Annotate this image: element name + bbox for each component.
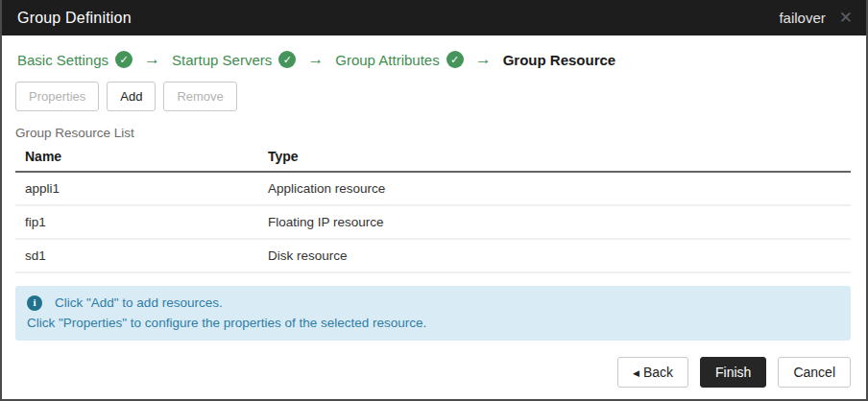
info-line-2: Click "Properties" to configure the prop… [27,313,839,333]
resource-toolbar: Properties Add Remove [2,69,866,111]
finish-button[interactable]: Finish [700,357,766,388]
remove-button[interactable]: Remove [163,82,236,111]
properties-button[interactable]: Properties [15,82,99,111]
back-button-label: Back [643,365,673,380]
check-circle-icon: ✓ [115,51,133,68]
check-circle-icon: ✓ [278,51,296,68]
info-line-1: Click "Add" to add resources. [55,293,223,313]
group-resource-list-caption: Group Resource List [15,126,851,140]
table-row-fip1[interactable]: fip1 Floating IP resource [15,205,851,239]
add-button[interactable]: Add [107,82,156,111]
table-header-row: Name Type [15,145,851,172]
step-basic-settings[interactable]: Basic Settings ✓ [17,51,133,68]
resource-type: Application resource [258,172,851,205]
arrow-right-icon: → [475,50,492,69]
back-button[interactable]: ◀Back [617,357,688,388]
step-label: Group Resource [503,52,616,68]
back-arrow-icon: ◀ [633,368,639,378]
resource-name: appli1 [15,172,258,205]
cancel-button[interactable]: Cancel [778,357,851,388]
arrow-right-icon: → [144,50,160,69]
step-group-attributes[interactable]: Group Attributes ✓ [335,51,463,68]
arrow-right-icon: → [307,50,324,69]
group-definition-dialog: Group Definition failover ✕ Basic Settin… [0,0,868,401]
step-label: Group Attributes [335,52,439,68]
info-message-box: i Click "Add" to add resources. Click "P… [15,286,851,341]
resource-type: Floating IP resource [258,205,851,239]
column-header-name: Name [15,145,258,172]
check-circle-icon: ✓ [446,51,464,68]
resource-name: sd1 [15,239,258,272]
dialog-titlebar: Group Definition failover ✕ [2,0,866,35]
wizard-breadcrumb: Basic Settings ✓ → Startup Servers ✓ → G… [2,35,866,69]
failover-context-label: failover [779,10,825,26]
dialog-footer: ◀Back Finish Cancel [2,341,866,388]
close-icon[interactable]: ✕ [839,10,853,26]
info-icon: i [27,295,42,311]
column-header-type: Type [258,145,851,172]
step-group-resource-current: Group Resource [503,52,616,68]
resource-name: fip1 [15,205,258,239]
step-startup-servers[interactable]: Startup Servers ✓ [172,51,296,68]
dialog-title: Group Definition [17,10,132,27]
table-row-sd1[interactable]: sd1 Disk resource [15,239,851,272]
step-label: Startup Servers [172,52,272,68]
table-row-appli1[interactable]: appli1 Application resource [15,172,851,205]
step-label: Basic Settings [17,52,108,68]
group-resource-table: Name Type appli1 Application resource fi… [15,145,851,273]
resource-type: Disk resource [258,239,851,272]
